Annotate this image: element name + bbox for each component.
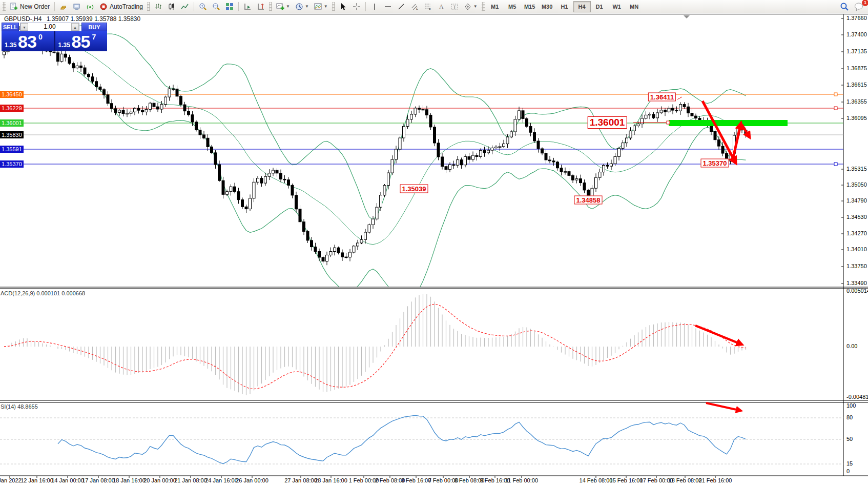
timeframe-h4-button[interactable]: H4 (573, 1, 591, 12)
horizontal-line-icon (384, 3, 392, 11)
sell-price-display[interactable]: 1.35 83 0 (2, 31, 54, 51)
candle-body (306, 231, 309, 240)
red-arrow-4[interactable] (695, 326, 742, 345)
trendline-icon (397, 3, 405, 11)
timeframe-m15-button[interactable]: M15 (521, 1, 539, 12)
new-chart-button[interactable]: ▼ (274, 1, 293, 13)
candle-body (191, 115, 194, 122)
text-button[interactable]: A (435, 1, 448, 13)
candle-body (357, 243, 359, 246)
periods-button[interactable]: ▼ (293, 1, 312, 13)
bar-chart-button[interactable] (152, 1, 165, 13)
candle-body (457, 160, 459, 166)
candle-body (433, 127, 436, 143)
line-handle[interactable] (834, 163, 837, 166)
tile-windows-button[interactable] (223, 1, 236, 13)
candle-body (76, 66, 78, 68)
price-callout-1.36411[interactable]: 1.36411 (648, 93, 676, 102)
price-axis-tick: 1.37135 (846, 48, 867, 54)
price-callout-1.34858[interactable]: 1.34858 (574, 196, 603, 205)
timeframe-m5-button[interactable]: M5 (504, 1, 521, 12)
vertical-line-button[interactable] (368, 1, 381, 13)
trendline-button[interactable] (395, 1, 408, 13)
candle-body (541, 149, 544, 153)
timeframe-mn-button[interactable]: MN (626, 1, 643, 12)
zoom-in-button[interactable] (196, 1, 210, 13)
price-callout-1.36001[interactable]: 1.36001 (588, 116, 627, 129)
horizontal-line-button[interactable] (381, 1, 395, 13)
autotrading-button[interactable]: AutoTrading (97, 1, 146, 13)
svg-text:A: A (439, 3, 444, 10)
chart-shift-marker[interactable] (684, 15, 690, 18)
timeframe-h1-button[interactable]: H1 (556, 1, 573, 12)
sell-button[interactable]: SELL (2, 23, 19, 31)
support-zone-highlight[interactable] (669, 120, 788, 126)
symbol-period-label: GBPUSD-,H4 (4, 15, 42, 23)
cursor-button[interactable] (337, 1, 350, 13)
buy-price-display[interactable]: 1.35 85 7 (55, 31, 108, 51)
crosshair-button[interactable] (350, 1, 363, 13)
line-chart-button[interactable] (178, 1, 192, 13)
candle-body (345, 257, 347, 258)
toolbar-grip[interactable] (147, 2, 150, 11)
buy-price-small: 1.35 (58, 42, 70, 49)
candle-body (253, 182, 255, 198)
volume-input[interactable]: 1.00 (28, 23, 71, 31)
toolbar-grip[interactable] (269, 2, 272, 11)
candle-body (464, 156, 467, 165)
toolbar-grip[interactable] (3, 2, 6, 11)
terminal-button[interactable] (70, 1, 84, 13)
chart-area[interactable]: GBPUSD-,H4 1.35907 1.35939 1.35788 1.358… (0, 13, 868, 485)
timeframe-w1-button[interactable]: W1 (608, 1, 626, 12)
candle-body (230, 187, 232, 192)
chevron-down-icon: ▼ (286, 4, 290, 9)
volume-decrease-button[interactable]: ▼ (20, 23, 28, 31)
arrows-button[interactable]: ▼ (461, 1, 480, 13)
price-callout-1.35039[interactable]: 1.35039 (400, 185, 428, 193)
candle-body (514, 119, 516, 132)
svg-text:E: E (416, 7, 418, 10)
candle-body (552, 161, 555, 162)
timeframe-m1-button[interactable]: M1 (486, 1, 504, 12)
macd-signal-line (4, 304, 746, 389)
chat-button[interactable]: 1 (852, 1, 867, 13)
search-button[interactable] (837, 1, 852, 13)
candle-body (695, 116, 697, 118)
candle-body (203, 135, 205, 138)
zoom-out-button[interactable] (210, 1, 223, 13)
candle-body (387, 173, 390, 186)
price-callout-1.35370[interactable]: 1.35370 (701, 159, 729, 168)
signals-button[interactable] (84, 1, 97, 13)
candle-body (449, 165, 451, 170)
chart-canvas[interactable] (0, 13, 868, 485)
price-badge-1.35370: 1.35370 (0, 160, 24, 168)
text-label-button[interactable]: T (448, 1, 461, 13)
line-handle[interactable] (834, 107, 837, 110)
templates-button[interactable]: ▼ (312, 1, 330, 13)
candle-body (626, 138, 628, 143)
chart-shift-button[interactable] (254, 1, 267, 13)
volume-increase-button[interactable]: ▲ (71, 23, 79, 31)
market-watch-button[interactable] (57, 1, 70, 13)
new-order-button[interactable]: New Order (7, 1, 52, 13)
candle-body (287, 180, 290, 186)
equidistant-channel-button[interactable]: E (408, 1, 421, 13)
auto-scroll-button[interactable] (241, 1, 254, 13)
toolbar-grip[interactable] (332, 2, 335, 11)
candlestick-chart-button[interactable] (165, 1, 178, 13)
fibonacci-button[interactable]: F (421, 1, 435, 13)
line-handle[interactable] (834, 93, 837, 96)
red-arrow-5[interactable] (706, 403, 741, 411)
timeframe-m30-button[interactable]: M30 (539, 1, 556, 12)
sell-price-big: 83 (18, 32, 36, 51)
candle-body (145, 109, 148, 112)
buy-button[interactable]: BUY (81, 23, 107, 31)
red-arrow-1[interactable] (702, 101, 736, 163)
toolbar-grip[interactable] (482, 2, 485, 11)
time-axis-label: 11 Feb 00:00 (505, 477, 538, 483)
timeframe-d1-button[interactable]: D1 (591, 1, 608, 12)
candle-body (157, 107, 159, 109)
candle-body (672, 108, 674, 110)
time-axis-label: 14 Feb 08:00 (580, 477, 613, 483)
toolbar-separator (365, 2, 366, 11)
